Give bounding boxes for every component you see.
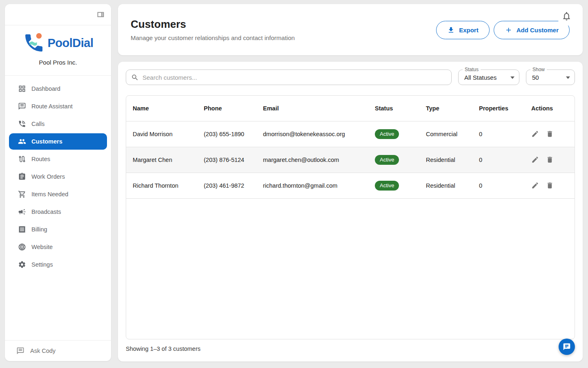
column-header-email: Email — [256, 96, 368, 121]
delete-button[interactable] — [546, 182, 554, 189]
cell-status: Active — [368, 173, 419, 198]
pencil-icon — [531, 156, 539, 164]
cell-properties: 0 — [472, 173, 525, 198]
edit-button[interactable] — [531, 156, 539, 164]
cell-email: dmorrison@tokenekeassoc.org — [256, 121, 368, 147]
page-header: Customers Manage your customer relations… — [118, 4, 583, 55]
add-customer-button[interactable]: Add Customer — [494, 21, 570, 39]
search-input[interactable] — [143, 74, 446, 81]
sidebar-item-settings[interactable]: Settings — [9, 256, 107, 273]
delete-button[interactable] — [546, 156, 554, 164]
cell-actions — [525, 121, 575, 147]
sidebar-item-label: Website — [31, 244, 53, 250]
cell-email: richard.thornton@gmail.com — [256, 173, 368, 198]
cell-actions — [525, 173, 575, 198]
collapse-sidebar-button[interactable] — [96, 10, 105, 19]
cell-type: Residential — [419, 173, 472, 198]
sidebar-item-items-needed[interactable]: Items Needed — [9, 186, 107, 202]
sidebar-item-route-assistant[interactable]: Route Assistant — [9, 98, 107, 114]
sidebar-item-calls[interactable]: Calls — [9, 116, 107, 132]
cell-properties: 0 — [472, 121, 525, 147]
sidebar-item-website[interactable]: Website — [9, 239, 107, 255]
ask-cody-button[interactable]: Ask Cody — [5, 340, 111, 361]
brand-block: PoolDial Pool Pros Inc. — [5, 25, 111, 76]
status-badge: Active — [375, 129, 399, 139]
sidebar-item-broadcasts[interactable]: Broadcasts — [9, 204, 107, 220]
download-icon — [447, 26, 455, 34]
chevron-down-icon — [566, 76, 570, 79]
results-summary: Showing 1–3 of 3 customers — [126, 346, 575, 352]
cell-phone: (203) 655-1890 — [197, 121, 256, 147]
receipt-icon — [18, 225, 26, 233]
edit-button[interactable] — [531, 182, 539, 189]
trash-icon — [546, 130, 554, 138]
sidebar-top-bar — [5, 4, 111, 25]
phone-waves-icon — [18, 120, 26, 128]
search-icon — [131, 74, 139, 81]
table-body: David Morrison (203) 655-1890 dmorrison@… — [126, 121, 575, 198]
status-select-value: All Statuses — [464, 74, 497, 81]
clipboard-icon — [18, 173, 26, 181]
column-header-properties: Properties — [472, 96, 525, 121]
route-icon — [18, 155, 26, 163]
sidebar-item-customers[interactable]: Customers — [9, 133, 107, 150]
export-button[interactable]: Export — [436, 21, 490, 39]
sidebar-nav: Dashboard Route Assistant Calls Customer… — [5, 76, 111, 274]
cell-status: Active — [368, 147, 419, 173]
notifications-button[interactable] — [557, 7, 576, 26]
view-sidebar-icon — [96, 10, 105, 19]
company-name: Pool Pros Inc. — [5, 59, 111, 66]
page-subtitle: Manage your customer relationships and c… — [131, 34, 295, 41]
show-select[interactable]: Show 50 — [526, 70, 575, 85]
people-icon — [18, 137, 26, 146]
customers-table-container: NamePhoneEmailStatusTypePropertiesAction… — [126, 95, 575, 339]
delete-button[interactable] — [546, 130, 554, 138]
status-select-label: Status — [463, 67, 481, 72]
page-title: Customers — [131, 18, 295, 31]
chat-icon — [563, 343, 571, 351]
megaphone-icon — [18, 208, 26, 216]
chat-lines-icon — [18, 102, 26, 110]
sidebar-item-label: Route Assistant — [31, 103, 73, 110]
cell-phone: (203) 461-9872 — [197, 173, 256, 198]
chat-icon — [16, 347, 24, 355]
sidebar-item-label: Items Needed — [31, 191, 68, 197]
customers-table: NamePhoneEmailStatusTypePropertiesAction… — [126, 96, 575, 199]
column-header-type: Type — [419, 96, 472, 121]
plus-icon — [505, 26, 512, 34]
sidebar: PoolDial Pool Pros Inc. Dashboard Route … — [5, 4, 111, 361]
cell-name: David Morrison — [126, 121, 197, 147]
table-row[interactable]: Richard Thornton (203) 461-9872 richard.… — [126, 173, 575, 198]
trash-icon — [546, 156, 554, 164]
ask-cody-label: Ask Cody — [30, 348, 56, 354]
chevron-down-icon — [510, 76, 514, 79]
cell-properties: 0 — [472, 147, 525, 173]
edit-button[interactable] — [531, 130, 539, 138]
app-wordmark: PoolDial — [47, 36, 93, 50]
sidebar-item-work-orders[interactable]: Work Orders — [9, 168, 107, 185]
cell-actions — [525, 147, 575, 173]
table-row[interactable]: David Morrison (203) 655-1890 dmorrison@… — [126, 121, 575, 147]
chat-fab-button[interactable] — [559, 339, 575, 355]
column-header-actions: Actions — [525, 96, 575, 121]
sidebar-item-billing[interactable]: Billing — [9, 221, 107, 238]
logo: PoolDial — [22, 31, 93, 54]
bell-icon — [561, 11, 572, 21]
trash-icon — [546, 182, 554, 189]
show-select-value: 50 — [532, 74, 539, 81]
sidebar-item-label: Settings — [31, 261, 53, 268]
sidebar-item-label: Customers — [31, 138, 62, 145]
cell-email: margaret.chen@outlook.com — [256, 147, 368, 173]
table-row[interactable]: Margaret Chen (203) 876-5124 margaret.ch… — [126, 147, 575, 173]
pencil-icon — [531, 130, 539, 138]
cart-icon — [18, 190, 26, 198]
globe-icon — [18, 243, 26, 251]
sidebar-item-dashboard[interactable]: Dashboard — [9, 81, 107, 97]
cell-name: Margaret Chen — [126, 147, 197, 173]
status-badge: Active — [375, 155, 399, 165]
cell-phone: (203) 876-5124 — [197, 147, 256, 173]
status-select[interactable]: Status All Statuses — [458, 70, 519, 85]
sidebar-item-label: Routes — [31, 156, 50, 162]
pencil-icon — [531, 182, 539, 189]
sidebar-item-routes[interactable]: Routes — [9, 151, 107, 167]
